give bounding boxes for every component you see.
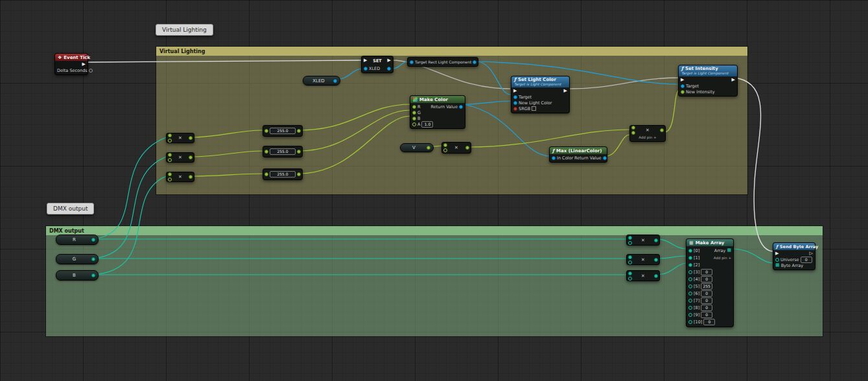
wire-addpinmult-to-newintensity[interactable] bbox=[664, 90, 679, 132]
wire-r-up-to-mult1[interactable] bbox=[91, 137, 166, 239]
array-el-value[interactable]: 0 bbox=[701, 297, 712, 304]
wire-set-to-target[interactable] bbox=[392, 62, 408, 69]
a-in-pin[interactable] bbox=[412, 122, 416, 126]
node-set-light-color[interactable]: ƒ Set Light Color Target is Light Compon… bbox=[511, 76, 570, 113]
xled-in-pin[interactable] bbox=[364, 67, 368, 71]
g-in-pin[interactable] bbox=[412, 111, 416, 115]
xled-value-pin[interactable] bbox=[333, 79, 337, 83]
wire-makecolor-to-newlightcolor[interactable] bbox=[463, 101, 511, 104]
mult-in-b-pin[interactable] bbox=[628, 260, 632, 264]
g-value-pin[interactable] bbox=[91, 257, 95, 261]
mult-out-pin[interactable] bbox=[654, 258, 658, 262]
node-dmx-multiply-3[interactable]: ✕ bbox=[626, 270, 660, 281]
b-in-pin[interactable] bbox=[412, 117, 416, 121]
in-color-pin[interactable] bbox=[552, 156, 556, 160]
array-el-value[interactable]: 0 bbox=[701, 312, 712, 318]
universe-value[interactable]: 0 bbox=[801, 257, 812, 263]
array-el-pin[interactable] bbox=[688, 256, 692, 260]
exec-in-pin[interactable]: ▶ bbox=[681, 78, 684, 82]
v-value-pin[interactable] bbox=[427, 146, 430, 150]
mult-in-b-pin[interactable] bbox=[628, 241, 632, 245]
node-event-tick[interactable]: ❖ Event Tick ▶ Delta Seconds bbox=[54, 53, 88, 75]
node-max-linearcolor[interactable]: ƒ Max (LinearColor) In Color Return Valu… bbox=[549, 146, 607, 163]
node-make-color[interactable]: Make Color R Return Value G B A bbox=[410, 95, 465, 129]
mult-out-pin[interactable] bbox=[465, 146, 469, 150]
mult-in-a-pin[interactable] bbox=[628, 255, 632, 259]
wire-exec-setintensity-to-sendbytearray[interactable] bbox=[734, 78, 774, 251]
wire-dmxmult1-to-array0[interactable] bbox=[656, 239, 686, 249]
target-in-pin[interactable] bbox=[681, 84, 685, 88]
wire-max-to-addpinmult[interactable] bbox=[605, 135, 629, 156]
exec-out-pin[interactable]: ▶ bbox=[82, 62, 86, 67]
node-get-xled[interactable]: XLED bbox=[303, 76, 340, 86]
wire-rectlight-to-setlightcolor-target[interactable] bbox=[476, 62, 511, 95]
out-pin[interactable] bbox=[297, 129, 301, 133]
add-pin-label[interactable]: Add pin + bbox=[630, 135, 665, 140]
array-el-pin[interactable] bbox=[688, 277, 692, 281]
new-intensity-pin[interactable] bbox=[681, 90, 685, 94]
node-set-xled[interactable]: ▶ SET ▶ XLED bbox=[361, 56, 393, 73]
array-el-pin[interactable] bbox=[688, 299, 692, 303]
srgb-checkbox[interactable] bbox=[532, 106, 536, 111]
exec-out-pin[interactable]: ▶ bbox=[388, 58, 391, 63]
r-value-pin[interactable] bbox=[91, 238, 95, 242]
node-send-byte-array[interactable]: ƒ Send Byte Array ▶ ▷ Universe 0 ▦ Byte … bbox=[773, 242, 815, 270]
mult-out-pin[interactable] bbox=[189, 136, 193, 140]
mult-out-pin[interactable] bbox=[654, 274, 658, 278]
wire-g-up-to-mult2[interactable] bbox=[91, 157, 166, 259]
blueprint-canvas[interactable]: Virtual Lighting DMX output bbox=[0, 0, 868, 381]
mult-out-pin[interactable] bbox=[189, 156, 193, 159]
r-in-pin[interactable] bbox=[412, 105, 416, 109]
array-el-pin[interactable] bbox=[688, 270, 692, 274]
wire-255c-to-makecolor-b[interactable] bbox=[298, 116, 410, 174]
mult-in-b-pin[interactable] bbox=[628, 277, 632, 281]
node-multiply-1[interactable]: ✕ bbox=[166, 133, 194, 143]
delta-seconds-pin[interactable] bbox=[89, 69, 93, 73]
array-el-value[interactable]: 0 bbox=[701, 305, 712, 311]
node-multiply-255-b[interactable]: 255.0 bbox=[263, 146, 303, 157]
srgb-pin[interactable] bbox=[513, 107, 517, 111]
wire-mult2-to-255b[interactable] bbox=[191, 151, 263, 157]
mult-in-a-pin[interactable] bbox=[168, 133, 172, 137]
node-get-v[interactable]: V bbox=[400, 143, 434, 152]
in-pin[interactable] bbox=[264, 129, 268, 133]
mult-in-a-pin[interactable] bbox=[443, 143, 447, 147]
exec-in-pin[interactable]: ▶ bbox=[775, 251, 779, 256]
mult-in-b-pin[interactable] bbox=[631, 131, 635, 135]
array-el-pin[interactable] bbox=[688, 249, 692, 253]
array-el-pin[interactable] bbox=[688, 313, 692, 317]
out-pin[interactable] bbox=[297, 172, 301, 176]
in-pin[interactable] bbox=[264, 172, 268, 176]
mult-in-b-pin[interactable] bbox=[443, 148, 447, 152]
value-255-box[interactable]: 255.0 bbox=[270, 171, 296, 178]
wire-rectlight-to-setintensity-target[interactable] bbox=[476, 62, 679, 84]
array-el-pin[interactable] bbox=[688, 292, 692, 295]
node-rect-light-component[interactable]: Target Rect Light Component bbox=[407, 57, 478, 67]
target-in-pin[interactable] bbox=[410, 60, 414, 64]
target-in-pin[interactable] bbox=[513, 95, 517, 99]
array-el-pin[interactable] bbox=[688, 306, 692, 310]
array-el-value[interactable]: 255 bbox=[701, 283, 712, 290]
in-pin[interactable] bbox=[264, 150, 268, 154]
exec-in-pin[interactable]: ▶ bbox=[364, 58, 367, 63]
array-el-pin[interactable] bbox=[688, 320, 692, 324]
array-el-value[interactable]: 0 bbox=[701, 269, 712, 275]
wire-mult3-to-255c[interactable] bbox=[191, 174, 263, 176]
array-el-pin[interactable] bbox=[688, 263, 692, 267]
node-multiply-255-c[interactable]: 255.0 bbox=[263, 168, 303, 180]
exec-out-pin[interactable]: ▷ bbox=[810, 251, 813, 256]
wire-255a-to-makecolor-r[interactable] bbox=[298, 104, 410, 130]
node-get-g[interactable]: G bbox=[56, 254, 99, 264]
mult-out-pin[interactable] bbox=[654, 238, 658, 242]
node-set-intensity[interactable]: ƒ Set Intensity Target is Light Componen… bbox=[678, 65, 738, 97]
mult-in-b-pin[interactable] bbox=[168, 158, 172, 162]
node-multiply-v[interactable]: ✕ bbox=[441, 142, 471, 154]
mult-in-a-pin[interactable] bbox=[628, 236, 632, 240]
node-multiply-3[interactable]: ✕ bbox=[166, 172, 194, 182]
mult-in-a-pin[interactable] bbox=[168, 172, 172, 176]
wire-dmxmult2-to-array1[interactable] bbox=[656, 256, 686, 259]
add-pin-label[interactable]: Add pin + bbox=[714, 256, 731, 260]
node-make-array[interactable]: ▦ Make Array [0] Array ▦ [1] Add pin + [… bbox=[686, 238, 734, 327]
wire-vmult-to-addpinmult[interactable] bbox=[467, 130, 629, 147]
node-dmx-multiply-1[interactable]: ✕ bbox=[626, 235, 660, 246]
